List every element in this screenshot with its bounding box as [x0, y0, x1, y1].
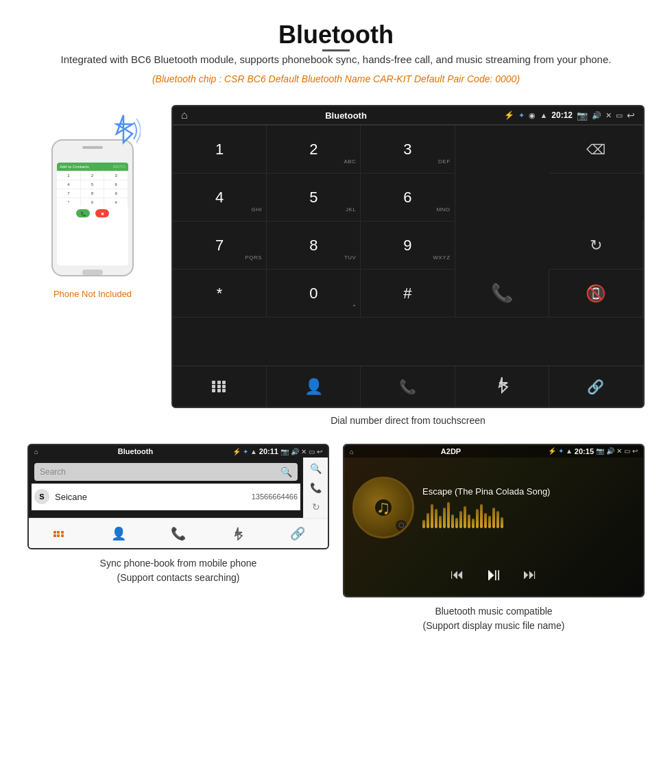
dial-key-6[interactable]: 6MNO	[361, 174, 455, 222]
pb-back-icon[interactable]: ↩	[317, 448, 322, 455]
dial-key-3[interactable]: 3DEF	[361, 126, 455, 174]
pb-status-label: Bluetooth	[118, 447, 153, 455]
dial-empty-1	[455, 126, 549, 174]
pb-side-refresh-icon[interactable]: ↻	[312, 501, 320, 512]
toolbar-calls[interactable]: 📞	[361, 366, 455, 407]
dial-status-bar: ⌂ Bluetooth ⚡ ✦ ◉ ▲ 20:12 📷 🔊 ✕ ▭ ↩	[173, 106, 643, 125]
header-description: Integrated with BC6 Bluetooth module, su…	[41, 51, 631, 68]
prev-button[interactable]: ⏮	[451, 567, 464, 582]
dial-key-4[interactable]: 4GHI	[173, 174, 267, 222]
album-art: ♫ ⬡	[352, 477, 414, 538]
music-section: ⌂ A2DP ⚡ ✦ ▲ 20:15 📷 🔊 ✕ ▭ ↩	[343, 444, 645, 633]
pb-tool-person[interactable]: 👤	[88, 519, 148, 548]
dial-key-7[interactable]: 7PQRS	[173, 222, 267, 270]
pb-time: 20:11	[259, 447, 278, 455]
contact-row[interactable]: S Seicane 13566664466	[32, 484, 300, 510]
music-home-icon[interactable]: ⌂	[350, 448, 354, 455]
phonebook-side-actions: 🔍 📞 ↻	[303, 458, 328, 518]
dial-pad: 1 2ABC 3DEF ⌫ 4GHI 5JKL	[173, 125, 643, 366]
dial-key-8[interactable]: 8TUV	[267, 222, 361, 270]
toolbar-contacts[interactable]: 👤	[267, 366, 361, 407]
bluetooth-status-icon: ✦	[518, 111, 525, 120]
dial-backspace[interactable]: ⌫	[549, 126, 643, 174]
pb-side-search-icon[interactable]: 🔍	[310, 463, 322, 474]
equalizer	[422, 501, 635, 528]
album-bt-icon: ⬡	[396, 520, 407, 531]
phone-mock: Add to Contacts MOTO 1 2 3 4 5 6	[48, 132, 137, 283]
eq-bar-4	[439, 516, 442, 528]
music-status-label: A2DP	[441, 447, 461, 455]
eq-bar-18	[496, 511, 499, 528]
close-icon[interactable]: ✕	[605, 111, 612, 120]
phonebook-caption: Sync phone-book from mobile phone (Suppo…	[100, 556, 257, 585]
music-info: Escape (The Pina Colada Song)	[422, 486, 635, 528]
location-icon: ◉	[529, 111, 536, 120]
dial-key-1[interactable]: 1	[173, 126, 267, 174]
eq-bar-12	[472, 519, 475, 528]
contact-letter: S	[34, 489, 49, 504]
eq-bar-0	[422, 520, 425, 528]
eq-bar-14	[480, 504, 483, 528]
pb-home-icon[interactable]: ⌂	[34, 448, 38, 455]
music-signal-icon: ▲	[566, 447, 573, 455]
music-back-icon[interactable]: ↩	[632, 447, 638, 455]
dial-key-5[interactable]: 5JKL	[267, 174, 361, 222]
music-screen-icon[interactable]: ▭	[624, 447, 630, 455]
dial-key-0[interactable]: 0+	[267, 270, 361, 318]
search-icon: 🔍	[280, 466, 292, 477]
next-button[interactable]: ⏭	[523, 567, 537, 582]
dial-hangup-button[interactable]: 📵	[549, 270, 643, 318]
music-note-icon: ♫	[376, 497, 391, 519]
dial-device-screen: ⌂ Bluetooth ⚡ ✦ ◉ ▲ 20:12 📷 🔊 ✕ ▭ ↩	[171, 105, 645, 408]
toolbar-bluetooth[interactable]	[455, 366, 549, 407]
song-title: Escape (The Pina Colada Song)	[422, 486, 635, 497]
screen-icon[interactable]: ▭	[616, 111, 623, 120]
pb-screen-icon[interactable]: ▭	[309, 448, 315, 455]
usb-icon: ⚡	[504, 110, 514, 120]
toolbar-link[interactable]: 🔗	[549, 366, 643, 407]
music-statusbar: ⌂ A2DP ⚡ ✦ ▲ 20:15 📷 🔊 ✕ ▭ ↩	[344, 445, 643, 458]
eq-bar-6	[447, 502, 450, 528]
pb-bt-icon: ✦	[243, 448, 248, 455]
pb-tool-dialpad[interactable]	[29, 519, 88, 548]
toolbar-dialpad[interactable]	[173, 366, 267, 407]
header-specs: (Bluetooth chip : CSR BC6 Default Blueto…	[41, 73, 631, 84]
music-caption: Bluetooth music compatible (Support disp…	[423, 604, 565, 633]
music-controls: ⏮ ⏯ ⏭	[344, 557, 643, 596]
phonebook-screen: ⌂ Bluetooth ⚡ ✦ ▲ 20:11 📷 🔊 ✕ ▭ ↩	[27, 444, 329, 549]
music-vol-icon[interactable]: 🔊	[606, 447, 614, 455]
camera-icon[interactable]: 📷	[577, 110, 588, 121]
pb-side-call-icon[interactable]: 📞	[310, 482, 322, 493]
dial-caption: Dial number direct from touchscreen	[171, 408, 645, 437]
eq-bar-9	[459, 511, 462, 528]
eq-bar-5	[443, 508, 446, 528]
pb-tool-call[interactable]: 📞	[148, 519, 208, 548]
music-close-icon[interactable]: ✕	[616, 447, 622, 455]
music-cam-icon[interactable]: 📷	[596, 447, 604, 455]
status-label: Bluetooth	[325, 110, 367, 121]
contact-number: 13566664466	[252, 492, 298, 501]
eq-bar-3	[435, 509, 437, 528]
pb-tool-link[interactable]: 🔗	[268, 519, 328, 548]
eq-bar-7	[451, 514, 454, 528]
pb-tool-bt[interactable]	[208, 519, 268, 548]
phonebook-search[interactable]: Search 🔍	[34, 463, 298, 481]
page-title: Bluetooth	[41, 21, 631, 49]
volume-icon[interactable]: 🔊	[592, 111, 601, 120]
dial-key-hash[interactable]: #	[361, 270, 455, 318]
dial-key-star[interactable]: *	[173, 270, 267, 318]
phonebook-toolbar: 👤 📞 🔗	[29, 518, 328, 548]
back-icon[interactable]: ↩	[627, 110, 635, 121]
time-display: 20:12	[551, 110, 573, 120]
dial-call-button[interactable]: 📞	[455, 270, 549, 318]
home-icon[interactable]: ⌂	[181, 109, 188, 121]
eq-bar-19	[501, 517, 503, 528]
pb-vol-icon[interactable]: 🔊	[291, 448, 299, 455]
pb-cam-icon[interactable]: 📷	[280, 448, 289, 455]
dial-key-9[interactable]: 9WXYZ	[361, 222, 455, 270]
dial-key-2[interactable]: 2ABC	[267, 126, 361, 174]
play-pause-button[interactable]: ⏯	[485, 564, 503, 585]
dial-refresh[interactable]: ↻	[549, 222, 643, 270]
phonebook-main: Search 🔍 S Seicane 13566664466	[29, 458, 303, 518]
pb-close-icon[interactable]: ✕	[301, 448, 307, 455]
